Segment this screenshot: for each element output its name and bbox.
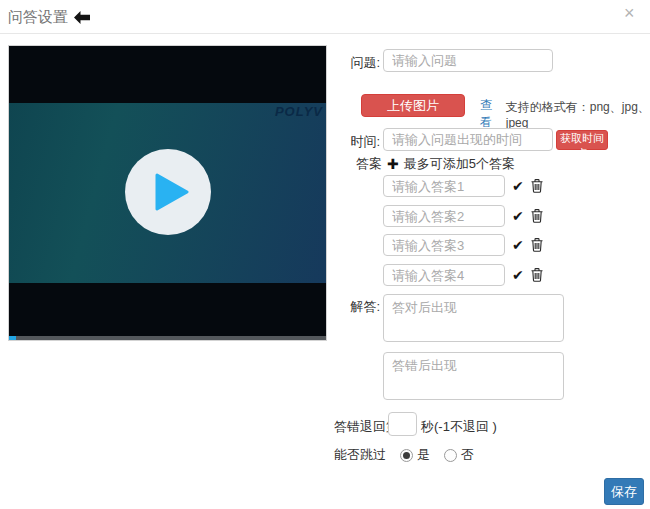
save-button[interactable]: 保存	[604, 478, 644, 505]
answer-row: ✔	[383, 175, 543, 197]
upload-hint-row: 查看 支持的格式有：png、jpg、jpeg	[480, 97, 650, 131]
time-label: 时间:	[324, 133, 380, 151]
question-label: 问题:	[324, 54, 380, 72]
add-answer-icon[interactable]: ✚	[387, 157, 399, 171]
answer-input-1[interactable]	[383, 175, 505, 197]
answer-input-2[interactable]	[383, 205, 505, 227]
radio-no[interactable]	[444, 449, 457, 462]
header-divider	[0, 33, 650, 34]
answers-label: 答案	[356, 155, 382, 173]
answer-input-3[interactable]	[383, 234, 505, 256]
polyv-watermark: POLYV	[275, 104, 323, 119]
video-frame: POLYV	[9, 103, 326, 283]
answers-hint: 最多可添加5个答案	[404, 155, 515, 173]
radio-no-label: 否	[461, 446, 474, 464]
skip-row: 能否跳过 是 否	[334, 446, 474, 464]
upload-image-button[interactable]: 上传图片	[361, 94, 465, 117]
confirm-answer-icon[interactable]: ✔	[512, 179, 524, 193]
view-link[interactable]: 查看	[480, 97, 501, 131]
confirm-answer-icon[interactable]: ✔	[512, 238, 524, 252]
qa-settings-dialog: { "dialog": { "title": "问答设置", "close_la…	[0, 0, 650, 509]
confirm-answer-icon[interactable]: ✔	[512, 268, 524, 282]
answers-header: 答案 ✚ 最多可添加5个答案	[356, 155, 515, 173]
confirm-answer-icon[interactable]: ✔	[512, 209, 524, 223]
answer-row: ✔	[383, 234, 543, 256]
video-progress-fill	[9, 336, 16, 340]
trash-icon[interactable]	[531, 209, 543, 223]
answer-row: ✔	[383, 264, 543, 286]
explanation-label: 解答:	[324, 298, 380, 316]
dialog-title: 问答设置	[8, 8, 68, 27]
radio-yes-label: 是	[417, 446, 430, 464]
answer-row: ✔	[383, 205, 543, 227]
radio-yes[interactable]	[400, 449, 413, 462]
rewind-suffix: 秒(-1不退回 )	[421, 418, 497, 436]
skip-option-no: 否	[444, 446, 474, 464]
time-input[interactable]	[383, 128, 553, 151]
rewind-seconds-input[interactable]	[388, 412, 417, 436]
correct-explanation-textarea[interactable]	[383, 294, 564, 342]
play-icon	[155, 173, 189, 211]
trash-icon[interactable]	[531, 268, 543, 282]
trash-icon[interactable]	[531, 238, 543, 252]
page-title: 问答设置	[8, 8, 90, 27]
skip-label: 能否跳过	[334, 446, 386, 464]
close-icon[interactable]: ×	[624, 4, 635, 22]
question-input[interactable]	[383, 49, 553, 72]
skip-option-yes: 是	[400, 446, 430, 464]
supported-formats-text: 支持的格式有：png、jpg、jpeg	[506, 99, 650, 130]
video-progress-bar[interactable]	[9, 336, 326, 340]
trash-icon[interactable]	[531, 179, 543, 193]
back-arrow-icon[interactable]	[74, 11, 90, 24]
play-button[interactable]	[125, 149, 211, 235]
wrong-explanation-textarea[interactable]	[383, 352, 564, 400]
get-timepoint-button[interactable]: 获取时间点	[556, 130, 608, 150]
answer-input-4[interactable]	[383, 264, 505, 286]
video-player[interactable]: POLYV	[8, 45, 327, 341]
